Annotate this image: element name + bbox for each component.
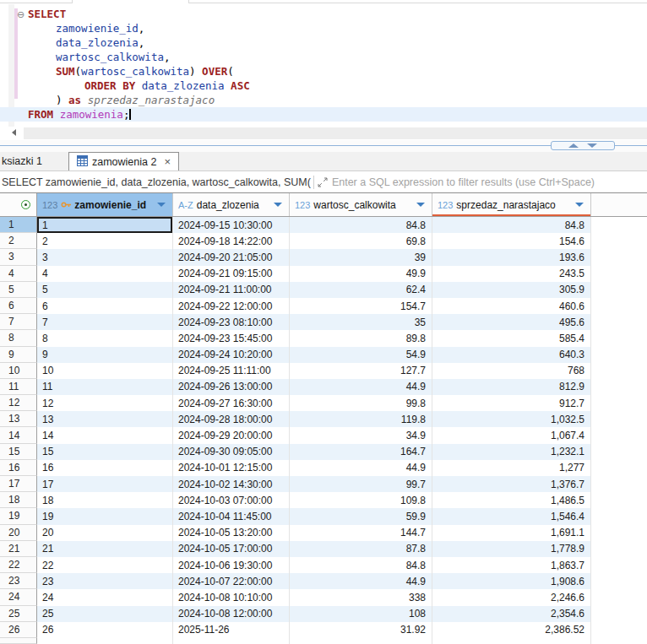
- cell-zamowienie-id[interactable]: 20: [37, 525, 173, 541]
- cell-wartosc-calkowita[interactable]: 44.9: [290, 460, 432, 476]
- cell-zamowienie-id[interactable]: 18: [37, 492, 173, 508]
- table-row[interactable]: 10 10 2024-09-25 11:11:00 127.7 768: [0, 363, 647, 379]
- cell-sprzedaz-narastajaco[interactable]: 305.9: [432, 282, 591, 298]
- cell-zamowienie-id[interactable]: 3: [37, 249, 173, 265]
- table-row[interactable]: 23 23 2024-10-07 22:00:00 44.9 1,908.6: [0, 573, 647, 589]
- cell-data-zlozenia[interactable]: 2024-09-22 12:00:00: [173, 298, 290, 314]
- cell-data-zlozenia[interactable]: 2024-10-04 11:45:00: [173, 508, 290, 524]
- row-number[interactable]: 22: [0, 557, 37, 573]
- cell-zamowienie-id[interactable]: 7: [37, 314, 173, 330]
- table-row[interactable]: 24 24 2024-10-08 10:10:00 338 2,246.6: [0, 589, 647, 605]
- table-row[interactable]: 14 14 2024-09-29 20:00:00 34.9 1,067.4: [0, 427, 647, 443]
- cell-sprzedaz-narastajaco[interactable]: 812.9: [432, 379, 591, 395]
- table-row[interactable]: 18 18 2024-10-03 07:00:00 109.8 1,486.5: [0, 492, 647, 508]
- cell-wartosc-calkowita[interactable]: 44.9: [290, 573, 432, 589]
- cell-wartosc-calkowita[interactable]: 44.9: [290, 379, 432, 395]
- cell-data-zlozenia[interactable]: 2024-09-27 16:30:00: [173, 395, 290, 411]
- column-header-sprzedaz-narastajaco[interactable]: 123 sprzedaz_narastajaco: [432, 193, 591, 216]
- cell-wartosc-calkowita[interactable]: 84.8: [290, 557, 432, 573]
- cell-wartosc-calkowita[interactable]: 49.9: [290, 266, 432, 282]
- cell-sprzedaz-narastajaco[interactable]: 1,232.1: [432, 444, 591, 460]
- row-number[interactable]: 2: [0, 233, 37, 249]
- cell-data-zlozenia[interactable]: 2024-10-03 07:00:00: [173, 492, 290, 508]
- cell-zamowienie-id[interactable]: 21: [37, 541, 173, 557]
- table-row[interactable]: 15 15 2024-09-30 09:05:00 164.7 1,232.1: [0, 444, 647, 460]
- panel-splitter[interactable]: [0, 140, 647, 152]
- cell-wartosc-calkowita[interactable]: 154.7: [290, 298, 432, 314]
- row-number[interactable]: 15: [0, 444, 37, 460]
- table-row[interactable]: 9 9 2024-09-24 10:20:00 54.9 640.3: [0, 347, 647, 363]
- cell-sprzedaz-narastajaco[interactable]: 768: [432, 363, 591, 379]
- cell-data-zlozenia[interactable]: 2024-09-21 09:15:00: [173, 266, 290, 282]
- cell-sprzedaz-narastajaco[interactable]: 1,908.6: [432, 573, 591, 589]
- row-number[interactable]: 11: [0, 379, 37, 395]
- cell-sprzedaz-narastajaco[interactable]: 2,386.52: [432, 622, 591, 638]
- row-number[interactable]: 19: [0, 508, 37, 524]
- cell-zamowienie-id[interactable]: 24: [37, 589, 173, 605]
- row-number[interactable]: 5: [0, 282, 37, 298]
- column-menu-icon[interactable]: [274, 203, 282, 207]
- cell-data-zlozenia[interactable]: 2024-10-02 14:30:00: [173, 476, 290, 492]
- cell-zamowienie-id[interactable]: 2: [37, 233, 173, 249]
- cell-sprzedaz-narastajaco[interactable]: 1,486.5: [432, 492, 591, 508]
- cell-data-zlozenia[interactable]: 2024-09-18 14:22:00: [173, 233, 290, 249]
- row-number[interactable]: 6: [0, 298, 37, 314]
- cell-zamowienie-id[interactable]: 4: [37, 266, 173, 282]
- row-number[interactable]: 8: [0, 330, 37, 346]
- cell-zamowienie-id[interactable]: 17: [37, 476, 173, 492]
- cell-wartosc-calkowita[interactable]: 119.8: [290, 411, 432, 427]
- table-row[interactable]: 4 4 2024-09-21 09:15:00 49.9 243.5: [0, 266, 647, 282]
- cell-sprzedaz-narastajaco[interactable]: 1,546.4: [432, 508, 591, 524]
- row-number[interactable]: 13: [0, 411, 37, 427]
- cell-data-zlozenia[interactable]: 2024-09-29 20:00:00: [173, 427, 290, 443]
- table-row[interactable]: 19 19 2024-10-04 11:45:00 59.9 1,546.4: [0, 508, 647, 524]
- scrollbar-track[interactable]: [24, 127, 647, 139]
- cell-zamowienie-id[interactable]: 25: [37, 606, 173, 622]
- row-number[interactable]: 7: [0, 314, 37, 330]
- cell-data-zlozenia[interactable]: 2024-09-25 11:11:00: [173, 363, 290, 379]
- cell-data-zlozenia[interactable]: 2024-10-06 19:30:00: [173, 557, 290, 573]
- cell-wartosc-calkowita[interactable]: 39: [290, 249, 432, 265]
- row-number[interactable]: 4: [0, 266, 37, 282]
- table-row[interactable]: 8 8 2024-09-23 15:45:00 89.8 585.4: [0, 330, 647, 346]
- cell-sprzedaz-narastajaco[interactable]: 1,863.7: [432, 557, 591, 573]
- cell-wartosc-calkowita[interactable]: 164.7: [290, 444, 432, 460]
- column-menu-icon[interactable]: [157, 203, 166, 207]
- table-row[interactable]: 6 6 2024-09-22 12:00:00 154.7 460.6: [0, 298, 647, 314]
- column-header-data-zlozenia[interactable]: A-Z data_zlozenia: [173, 193, 290, 216]
- cell-wartosc-calkowita[interactable]: 89.8: [290, 330, 432, 346]
- cell-data-zlozenia[interactable]: 2024-10-08 12:00:00: [173, 606, 290, 622]
- cell-wartosc-calkowita[interactable]: 59.9: [290, 508, 432, 524]
- cell-wartosc-calkowita[interactable]: 99.7: [290, 476, 432, 492]
- cell-zamowienie-id[interactable]: 26: [37, 622, 173, 638]
- cell-sprzedaz-narastajaco[interactable]: 193.6: [432, 249, 591, 265]
- cell-wartosc-calkowita[interactable]: 127.7: [290, 363, 432, 379]
- column-menu-icon[interactable]: [575, 203, 584, 207]
- row-number[interactable]: 14: [0, 427, 37, 443]
- expand-up-icon[interactable]: [568, 143, 579, 148]
- cell-sprzedaz-narastajaco[interactable]: 912.7: [432, 395, 591, 411]
- table-row[interactable]: 25 25 2024-10-08 12:00:00 108 2,354.6: [0, 606, 647, 622]
- row-number[interactable]: 25: [0, 606, 37, 622]
- cell-sprzedaz-narastajaco[interactable]: 495.6: [432, 314, 591, 330]
- row-number[interactable]: 21: [0, 541, 37, 557]
- cell-data-zlozenia[interactable]: 2024-10-01 12:15:00: [173, 460, 290, 476]
- table-row[interactable]: 1 1 2024-09-15 10:30:00 84.8 84.8: [0, 217, 647, 233]
- cell-zamowienie-id[interactable]: 19: [37, 508, 173, 524]
- row-number[interactable]: 24: [0, 589, 37, 605]
- row-number[interactable]: 18: [0, 492, 37, 508]
- row-number[interactable]: 9: [0, 347, 37, 363]
- cell-sprzedaz-narastajaco[interactable]: 1,691.1: [432, 525, 591, 541]
- column-menu-icon[interactable]: [416, 203, 425, 207]
- table-row[interactable]: 22 22 2024-10-06 19:30:00 84.8 1,863.7: [0, 557, 647, 573]
- cell-zamowienie-id[interactable]: 13: [37, 411, 173, 427]
- cell-sprzedaz-narastajaco[interactable]: 243.5: [432, 266, 591, 282]
- cell-wartosc-calkowita[interactable]: 99.8: [290, 395, 432, 411]
- cell-sprzedaz-narastajaco[interactable]: 154.6: [432, 233, 591, 249]
- tab-zamowienia-2[interactable]: zamowienia 2 ×: [68, 152, 179, 170]
- cell-wartosc-calkowita[interactable]: 35: [290, 314, 432, 330]
- cell-data-zlozenia[interactable]: 2024-09-23 15:45:00: [173, 330, 290, 346]
- row-number[interactable]: 12: [0, 395, 37, 411]
- table-row[interactable]: 5 5 2024-09-21 11:00:00 62.4 305.9: [0, 282, 647, 298]
- cell-zamowienie-id[interactable]: 23: [37, 573, 173, 589]
